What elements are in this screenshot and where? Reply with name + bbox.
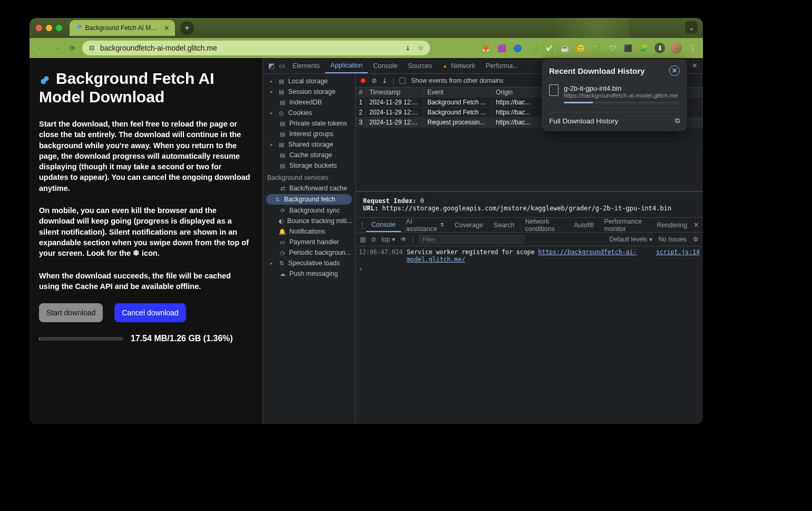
tab-application[interactable]: Application <box>325 58 368 73</box>
sidebar-item[interactable]: Push messaging <box>289 270 338 277</box>
sidebar-item[interactable]: Payment handler <box>289 238 339 246</box>
button-row: Start download Cancel download <box>39 303 253 322</box>
drawer-more-icon[interactable]: ⋮ <box>359 221 366 229</box>
downloads-icon[interactable]: ⬇ <box>654 43 665 53</box>
close-tab-icon[interactable]: ✕ <box>164 24 170 32</box>
console-source-link[interactable]: script.js:14 <box>656 248 700 263</box>
back-button[interactable]: ← <box>35 42 46 54</box>
drawer-tab-autofill[interactable]: Autofill <box>569 218 599 232</box>
bookmark-star-icon[interactable]: ☆ <box>416 44 425 52</box>
new-tab-button[interactable]: + <box>180 21 194 35</box>
maximize-window-button[interactable] <box>56 25 62 31</box>
save-button[interactable]: ⤓ <box>382 77 387 84</box>
address-bar[interactable]: ⊟ backgroundfetch-ai-model.glitch.me ⤓ ☆ <box>82 41 430 55</box>
extension-icon[interactable]: 🙂 <box>575 43 586 53</box>
site-settings-icon[interactable]: ⊟ <box>87 44 96 52</box>
drawer-close-icon[interactable]: ✕ <box>692 221 700 229</box>
sidebar-item[interactable]: Shared storage <box>288 141 333 148</box>
drawer-tab-console[interactable]: Console <box>366 218 401 232</box>
request-index-label: Request Index: <box>363 197 416 205</box>
progress-row: 17.54 MB/1.26 GB (1.36%) <box>39 334 253 343</box>
drawer-tab-network-conditions[interactable]: Network conditions <box>520 218 568 232</box>
drawer-tab-coverage[interactable]: Coverage <box>449 218 488 232</box>
browser-tab[interactable]: Background Fetch AI Model D ✕ <box>70 20 175 36</box>
sidebar-item[interactable]: Bounce tracking miti... <box>287 217 352 225</box>
extension-icon[interactable]: 🔵 <box>512 43 523 53</box>
sidebar-item-background-fetch[interactable]: Background fetch <box>284 196 335 203</box>
drawer-tab-search[interactable]: Search <box>488 218 520 232</box>
devtools-close-icon[interactable]: ✕ <box>689 62 700 70</box>
extension-icon[interactable]: 🦊 <box>481 43 491 53</box>
console-clear-icon[interactable]: ⊘ <box>371 236 376 243</box>
sidebar-item[interactable]: Speculative loads <box>288 259 340 267</box>
window-controls <box>36 25 62 31</box>
sidebar-item[interactable]: Local storage <box>288 78 328 85</box>
console-sidebar-toggle-icon[interactable]: ▥ <box>360 236 366 243</box>
inspect-icon[interactable]: ◩ <box>266 62 277 70</box>
extensions-menu-icon[interactable]: 🧩 <box>639 43 649 53</box>
tab-performance[interactable]: Performa... <box>481 58 524 73</box>
sidebar-item[interactable]: Cache storage <box>289 151 332 159</box>
tab-elements[interactable]: Elements <box>287 58 325 73</box>
progress-text: 17.54 MB/1.26 GB (1.36%) <box>131 334 233 343</box>
popover-close-button[interactable]: ✕ <box>669 65 680 76</box>
page-paragraph: On mobile, you can even kill the browser… <box>39 205 253 258</box>
sidebar-item[interactable]: IndexedDB <box>289 99 322 106</box>
tab-sources[interactable]: Sources <box>403 58 437 73</box>
sidebar-item[interactable]: Periodic backgroun... <box>289 249 351 256</box>
sidebar-item[interactable]: Storage buckets <box>289 162 337 169</box>
extension-icon[interactable]: ☕ <box>560 43 570 53</box>
log-levels-dropdown[interactable]: Default levels ▾ <box>609 236 652 243</box>
sidebar-item[interactable]: Back/forward cache <box>289 185 347 192</box>
sidebar-item[interactable]: Session storage <box>288 88 336 95</box>
install-app-icon[interactable]: ⤓ <box>404 44 412 52</box>
sidebar-item[interactable]: Notifications <box>289 228 325 235</box>
extension-icon[interactable]: 🟩 <box>528 43 539 53</box>
tab-network[interactable]: Network <box>437 58 481 73</box>
open-external-icon[interactable]: ⧉ <box>675 117 680 125</box>
show-other-domains-checkbox[interactable] <box>399 78 406 84</box>
clear-button[interactable]: ⊘ <box>371 77 377 84</box>
drawer-tab-rendering[interactable]: Rendering <box>652 218 693 232</box>
tab-console[interactable]: Console <box>368 58 403 73</box>
console-settings-icon[interactable]: ⚙ <box>693 236 699 243</box>
sidebar-item[interactable]: Cookies <box>288 109 312 117</box>
live-expression-icon[interactable]: 👁 <box>400 236 407 243</box>
request-index-value: 0 <box>420 197 424 205</box>
device-toggle-icon[interactable]: ▭ <box>277 62 287 70</box>
context-selector[interactable]: top ▾ <box>381 236 395 243</box>
issues-button[interactable]: No Issues <box>659 236 687 243</box>
console-output[interactable]: 12:06:47.024 Service worker registered f… <box>356 246 703 307</box>
reload-button[interactable]: ⟳ <box>66 42 78 54</box>
sidebar-item[interactable]: Interest groups <box>289 130 333 138</box>
start-download-button[interactable]: Start download <box>39 303 103 322</box>
profile-avatar[interactable] <box>670 42 682 54</box>
sidebar-item[interactable]: Background sync <box>289 207 340 214</box>
sidebar-item[interactable]: Private state tokens <box>289 120 347 127</box>
col-event[interactable]: Event <box>424 89 493 96</box>
extension-icon[interactable]: 🟪 <box>496 43 507 53</box>
full-history-link[interactable]: Full Download History <box>549 117 618 125</box>
extension-icon[interactable]: ⬛ <box>623 43 633 53</box>
console-text: Service worker registered for scope <box>407 248 538 256</box>
extension-icon[interactable]: ✅ <box>544 43 554 53</box>
extension-icon[interactable]: 🟢 <box>591 43 602 53</box>
console-filter-input[interactable] <box>419 235 524 244</box>
col-timestamp[interactable]: Timestamp <box>366 89 424 96</box>
application-sidebar[interactable]: ▸▤Local storage ▸▤Session storage ▤Index… <box>263 74 356 424</box>
close-window-button[interactable] <box>36 25 42 31</box>
forward-button[interactable]: → <box>51 42 62 54</box>
tab-search-button[interactable]: ⌄ <box>685 21 698 34</box>
file-icon <box>549 84 559 96</box>
console-prompt[interactable]: › <box>359 265 700 273</box>
cancel-download-button[interactable]: Cancel download <box>114 303 185 322</box>
download-item[interactable]: g-2b-it-gpu-int4.bin https://backgroundf… <box>549 81 680 107</box>
minimize-window-button[interactable] <box>46 25 52 31</box>
drawer-tab-perf-monitor[interactable]: Performance monitor <box>599 218 651 232</box>
tab-bar: Background Fetch AI Model D ✕ + ⌄ <box>30 18 703 38</box>
download-history-popover: Recent Download History ✕ g-2b-it-gpu-in… <box>542 59 687 131</box>
record-button[interactable] <box>360 78 366 84</box>
chrome-menu-icon[interactable]: ⋮ <box>687 43 698 53</box>
extension-icon[interactable]: 🛡 <box>607 43 618 53</box>
drawer-tab-ai[interactable]: AI assistance ⚗ <box>401 218 449 232</box>
